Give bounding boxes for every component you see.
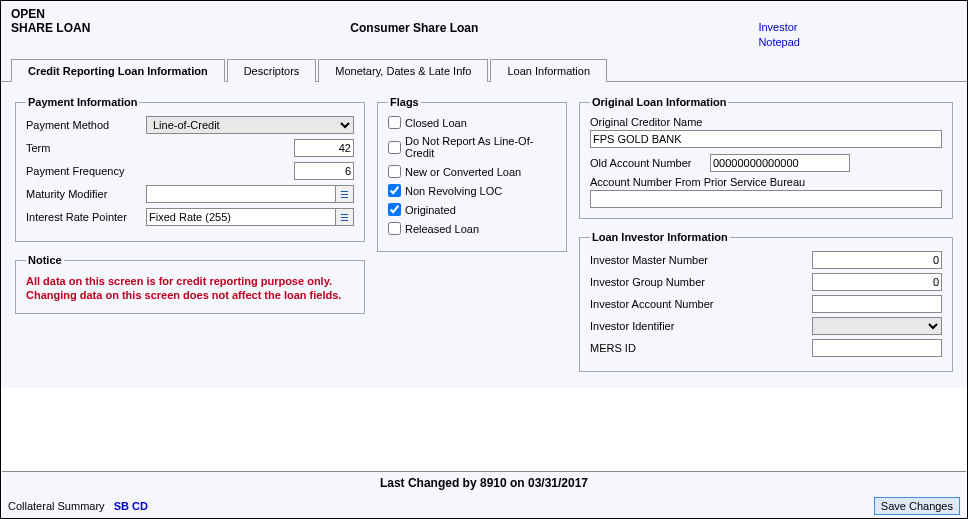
- notice-legend: Notice: [26, 254, 64, 266]
- tab-bar: Credit Reporting Loan Information Descri…: [1, 58, 967, 82]
- old-acct-label: Old Account Number: [590, 157, 710, 169]
- mers-input[interactable]: [812, 339, 942, 357]
- do-not-report-label: Do Not Report As Line-Of-Credit: [405, 135, 556, 159]
- frequency-input[interactable]: [294, 162, 354, 180]
- payment-method-label: Payment Method: [26, 119, 146, 131]
- old-acct-input[interactable]: [710, 154, 850, 172]
- page-title: Consumer Share Loan: [350, 21, 478, 35]
- new-converted-label: New or Converted Loan: [405, 166, 521, 178]
- flags-legend: Flags: [388, 96, 421, 108]
- loan-type-label: SHARE LOAN: [11, 21, 90, 35]
- lookup-icon: ☰: [340, 189, 349, 200]
- payment-method-select[interactable]: Line-of-Credit: [146, 116, 354, 134]
- flags-group: Flags Closed Loan Do Not Report As Line-…: [377, 96, 567, 252]
- originated-checkbox[interactable]: [388, 203, 401, 216]
- maturity-input[interactable]: [146, 185, 336, 203]
- original-legend: Original Loan Information: [590, 96, 728, 108]
- notepad-link[interactable]: Notepad: [758, 36, 800, 48]
- status-label: OPEN: [11, 7, 45, 21]
- save-changes-button[interactable]: Save Changes: [874, 497, 960, 515]
- investor-master-input[interactable]: [812, 251, 942, 269]
- investor-link[interactable]: Investor: [758, 21, 800, 33]
- collateral-summary-label: Collateral Summary: [8, 500, 105, 512]
- closed-loan-checkbox[interactable]: [388, 116, 401, 129]
- rate-pointer-lookup-button[interactable]: ☰: [336, 208, 354, 226]
- tab-loan-info[interactable]: Loan Information: [490, 59, 607, 82]
- non-revolving-checkbox[interactable]: [388, 184, 401, 197]
- payment-info-legend: Payment Information: [26, 96, 139, 108]
- collateral-sbcd-link[interactable]: SB CD: [114, 500, 148, 512]
- rate-pointer-label: Interest Rate Pointer: [26, 211, 146, 223]
- frequency-label: Payment Frequency: [26, 165, 146, 177]
- new-converted-checkbox[interactable]: [388, 165, 401, 178]
- original-loan-group: Original Loan Information Original Credi…: [579, 96, 953, 219]
- tab-monetary[interactable]: Monetary, Dates & Late Info: [318, 59, 488, 82]
- investor-acct-input[interactable]: [812, 295, 942, 313]
- investor-identifier-select[interactable]: [812, 317, 942, 335]
- rate-pointer-input[interactable]: [146, 208, 336, 226]
- originated-label: Originated: [405, 204, 456, 216]
- mers-label: MERS ID: [590, 342, 730, 354]
- investor-identifier-label: Investor Identifier: [590, 320, 730, 332]
- term-label: Term: [26, 142, 146, 154]
- released-label: Released Loan: [405, 223, 479, 235]
- term-input[interactable]: [294, 139, 354, 157]
- maturity-lookup-button[interactable]: ☰: [336, 185, 354, 203]
- investor-master-label: Investor Master Number: [590, 254, 730, 266]
- payment-information-group: Payment Information Payment Method Line-…: [15, 96, 365, 242]
- creditor-label: Original Creditor Name: [590, 116, 942, 128]
- lookup-icon: ☰: [340, 212, 349, 223]
- last-changed-bar: Last Changed by 8910 on 03/31/2017: [2, 471, 966, 494]
- investor-group-label: Investor Group Number: [590, 276, 730, 288]
- prior-bureau-input[interactable]: [590, 190, 942, 208]
- prior-bureau-label: Account Number From Prior Service Bureau: [590, 176, 942, 188]
- maturity-label: Maturity Modifier: [26, 188, 146, 200]
- tab-descriptors[interactable]: Descriptors: [227, 59, 317, 82]
- do-not-report-checkbox[interactable]: [388, 141, 401, 154]
- investor-legend: Loan Investor Information: [590, 231, 730, 243]
- investor-group-input[interactable]: [812, 273, 942, 291]
- investor-acct-label: Investor Account Number: [590, 298, 730, 310]
- released-checkbox[interactable]: [388, 222, 401, 235]
- closed-loan-label: Closed Loan: [405, 117, 467, 129]
- notice-group: Notice All data on this screen is for cr…: [15, 254, 365, 314]
- creditor-input[interactable]: [590, 130, 942, 148]
- investor-group: Loan Investor Information Investor Maste…: [579, 231, 953, 372]
- non-revolving-label: Non Revolving LOC: [405, 185, 502, 197]
- tab-credit-reporting[interactable]: Credit Reporting Loan Information: [11, 59, 225, 82]
- notice-text: All data on this screen is for credit re…: [26, 274, 354, 303]
